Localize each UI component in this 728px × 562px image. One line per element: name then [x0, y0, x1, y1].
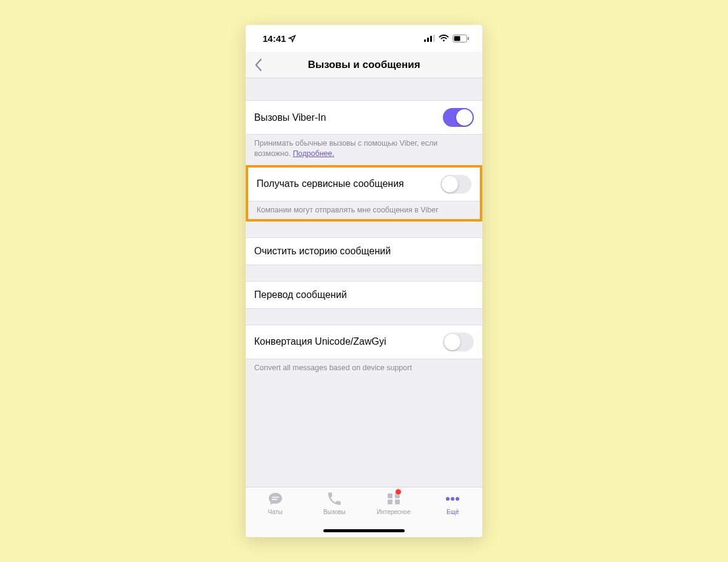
svg-rect-1: [427, 38, 429, 42]
svg-rect-2: [430, 36, 432, 42]
back-button[interactable]: [251, 52, 266, 78]
row-unicode-zawgyi[interactable]: Конвертация Unicode/ZawGyi: [246, 325, 482, 359]
svg-rect-12: [395, 499, 400, 504]
svg-rect-11: [388, 499, 393, 504]
home-indicator[interactable]: [323, 529, 405, 532]
svg-rect-7: [272, 497, 279, 498]
status-bar: 14:41: [246, 25, 482, 52]
phone-icon: [327, 492, 342, 506]
row-translate-messages[interactable]: Перевод сообщений: [246, 281, 482, 309]
tab-label: Вызовы: [323, 509, 345, 515]
footnote-service-messages: Компании могут отправлять мне сообщения …: [248, 201, 480, 219]
notification-badge-icon: [395, 489, 402, 495]
row-label: Очистить историю сообщений: [254, 246, 391, 257]
phone-frame: 14:41: [246, 25, 482, 537]
svg-rect-3: [433, 35, 435, 42]
chat-icon: [268, 492, 283, 506]
svg-point-13: [446, 497, 450, 501]
svg-point-15: [456, 497, 459, 501]
chevron-left-icon: [254, 58, 262, 72]
svg-rect-8: [272, 499, 277, 500]
battery-icon: [453, 35, 469, 42]
row-service-messages[interactable]: Получать сервисные сообщения: [248, 168, 480, 201]
tab-label: Чаты: [268, 509, 283, 515]
nav-title: Вызовы и сообщения: [246, 59, 482, 71]
wifi-icon: [439, 35, 449, 42]
nav-header: Вызовы и сообщения: [246, 52, 482, 78]
row-label: Перевод сообщений: [254, 289, 347, 300]
row-clear-history[interactable]: Очистить историю сообщений: [246, 237, 482, 265]
location-icon: [288, 35, 296, 42]
toggle-unicode-zawgyi[interactable]: [443, 333, 474, 351]
settings-content: Вызовы Viber-In Принимать обычные вызовы…: [246, 78, 482, 487]
footnote-viber-in: Принимать обычные вызовы с помощью Viber…: [246, 135, 482, 165]
learn-more-link[interactable]: Подробнее.: [293, 149, 334, 158]
footnote-unicode: Convert all messages based on device sup…: [246, 359, 482, 379]
svg-point-14: [451, 497, 454, 501]
tab-label: Интересное: [377, 509, 411, 515]
row-label: Вызовы Viber-In: [254, 112, 326, 123]
status-time: 14:41: [263, 33, 286, 44]
tab-more[interactable]: Ещё: [423, 491, 483, 537]
toggle-viber-in[interactable]: [443, 108, 474, 127]
toggle-service-messages[interactable]: [440, 175, 471, 194]
more-icon: [445, 496, 460, 501]
svg-rect-5: [454, 36, 460, 41]
row-viber-in[interactable]: Вызовы Viber-In: [246, 100, 482, 135]
svg-rect-9: [388, 493, 393, 498]
tab-bar: Чаты Вызовы Интересное: [246, 487, 482, 537]
row-label: Получать сервисные сообщения: [257, 178, 404, 189]
status-right: [424, 35, 469, 42]
tab-label: Ещё: [447, 509, 459, 515]
cellular-icon: [424, 35, 435, 42]
highlight-box: Получать сервисные сообщения Компании мо…: [246, 165, 482, 222]
svg-rect-0: [424, 39, 426, 42]
row-label: Конвертация Unicode/ZawGyi: [254, 336, 386, 347]
svg-rect-6: [468, 37, 469, 40]
status-time-group: 14:41: [263, 33, 296, 44]
tab-chats[interactable]: Чаты: [246, 491, 305, 537]
